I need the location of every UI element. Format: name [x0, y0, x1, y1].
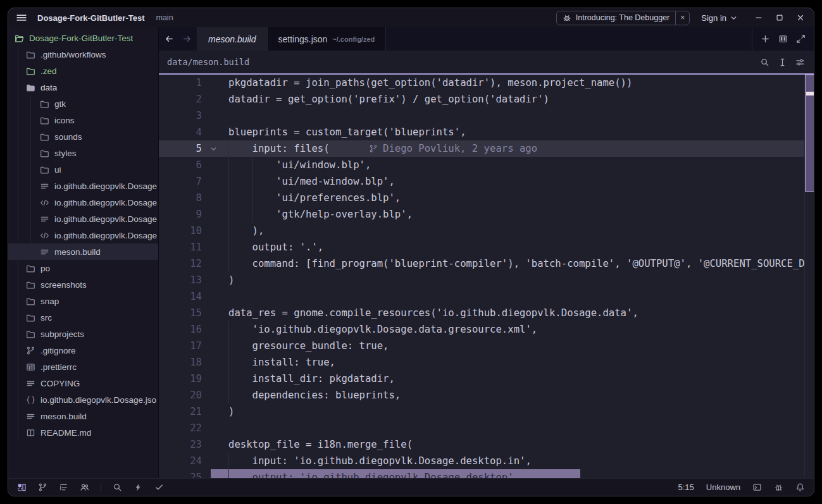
- breadcrumb[interactable]: data/meson.build: [167, 57, 249, 67]
- debugger-promo[interactable]: Introducing: The Debugger: [557, 11, 675, 25]
- sidebar-item-subprojects[interactable]: subprojects: [8, 326, 158, 342]
- project-panel-toggle-icon[interactable]: [17, 482, 27, 492]
- code-line-24[interactable]: 24 input: 'io.github.diegopvlk.Dosage.de…: [159, 453, 814, 469]
- project-search-icon[interactable]: [113, 482, 122, 492]
- code-text[interactable]: datadir = get_option('prefix') / get_opt…: [228, 91, 549, 108]
- code-text[interactable]: 'ui/preferences.blp',: [228, 190, 401, 206]
- code-text[interactable]: 'ui/window.blp',: [228, 157, 371, 173]
- sidebar-item-po[interactable]: po: [8, 260, 158, 276]
- forward-button[interactable]: [182, 34, 192, 44]
- fold-chevron-icon[interactable]: [209, 140, 218, 157]
- code-text[interactable]: ): [228, 272, 234, 288]
- code-line-7[interactable]: 7 'ui/med-window.blp',: [159, 173, 814, 190]
- code-line-14[interactable]: 14: [159, 288, 814, 305]
- sidebar-item-meson-build[interactable]: meson.build: [8, 408, 158, 424]
- collab-panel-icon[interactable]: [80, 482, 89, 492]
- code-text[interactable]: ): [228, 403, 234, 420]
- close-button[interactable]: [796, 13, 805, 22]
- git-panel-icon[interactable]: [38, 482, 47, 492]
- code-line-11[interactable]: 11 output: '.',: [159, 239, 814, 255]
- code-text[interactable]: command: [find_program('blueprint-compil…: [228, 255, 805, 272]
- back-button[interactable]: [165, 34, 174, 44]
- code-text[interactable]: output: '.',: [228, 239, 323, 255]
- sidebar-item-screenshots[interactable]: screenshots: [8, 276, 158, 293]
- language-selector[interactable]: Unknown: [706, 482, 740, 492]
- diagnostics-icon[interactable]: [154, 482, 164, 492]
- sidebar-item-data[interactable]: data: [8, 79, 158, 95]
- code-text[interactable]: output: 'io.github.diegopvlk.Dosage.desk…: [228, 469, 514, 478]
- code-line-20[interactable]: 20 dependencies: blueprints,: [159, 387, 814, 403]
- sidebar-item-io-github-diegopvlk-dosage[interactable]: io.github.diegopvlk.Dosage: [8, 211, 158, 227]
- sidebar-item-gtk[interactable]: gtk: [8, 95, 158, 112]
- project-title[interactable]: Dosage-Fork-GitButler-Test: [37, 13, 145, 23]
- code-line-9[interactable]: 9 'gtk/help-overlay.blp',: [159, 206, 814, 223]
- sidebar-item-io-github-diegopvlk-dosage[interactable]: io.github.diegopvlk.Dosage: [8, 194, 158, 211]
- scrollbar-thumb[interactable]: [805, 75, 814, 192]
- code-text[interactable]: gresource_bundle: true,: [228, 338, 389, 354]
- code-text[interactable]: dependencies: blueprints,: [228, 387, 401, 403]
- code-line-8[interactable]: 8 'ui/preferences.blp',: [159, 190, 814, 206]
- buffer-search-icon[interactable]: [760, 58, 769, 67]
- code-line-19[interactable]: 19 install_dir: pkgdatadir,: [159, 371, 814, 387]
- sidebar-item-snap[interactable]: snap: [8, 293, 158, 309]
- sign-in-button[interactable]: Sign in: [701, 13, 738, 23]
- sidebar-item-io-github-diegopvlk-dosage[interactable]: io.github.diegopvlk.Dosage: [8, 178, 158, 194]
- code-text[interactable]: 'gtk/help-overlay.blp',: [228, 206, 413, 223]
- code-text[interactable]: ),: [228, 223, 264, 239]
- code-line-18[interactable]: 18 install: true,: [159, 354, 814, 371]
- sidebar-item-gitignore[interactable]: .gitignore: [8, 342, 158, 359]
- code-line-13[interactable]: 13): [159, 272, 814, 288]
- split-pane-icon[interactable]: [778, 34, 788, 44]
- sidebar-item-icons[interactable]: icons: [8, 112, 158, 128]
- terminal-panel-icon[interactable]: [752, 482, 762, 492]
- sidebar-item-io-github-diegopvlk-dosage[interactable]: io.github.diegopvlk.Dosage: [8, 227, 158, 243]
- inline-assist-icon[interactable]: [778, 58, 787, 67]
- code-line-1[interactable]: 1pkgdatadir = join_paths(get_option('dat…: [159, 75, 814, 91]
- code-text[interactable]: 'io.github.diegopvlk.Dosage.data.gresour…: [228, 321, 537, 338]
- code-text[interactable]: input: files(: [228, 140, 330, 157]
- minimize-button[interactable]: [754, 13, 763, 22]
- maximize-button[interactable]: [775, 13, 784, 22]
- quick-actions-icon[interactable]: [134, 482, 143, 492]
- sidebar-item-readme-md[interactable]: README.md: [8, 424, 158, 441]
- code-text[interactable]: pkgdatadir = join_paths(get_option('data…: [228, 75, 632, 91]
- code-line-12[interactable]: 12 command: [find_program('blueprint-com…: [159, 255, 814, 272]
- code-text[interactable]: desktop_file = i18n.merge_file(: [228, 436, 413, 453]
- sidebar-item-dosage-fork-gitbutler-test[interactable]: Dosage-Fork-GitButler-Test: [8, 30, 158, 46]
- code-line-21[interactable]: 21): [159, 403, 814, 420]
- code-text[interactable]: input: 'io.github.diegopvlk.Dosage.deskt…: [228, 453, 532, 469]
- cursor-position[interactable]: 5:15: [678, 482, 694, 492]
- sidebar-item-zed[interactable]: .zed: [8, 63, 158, 79]
- new-tab-icon[interactable]: [761, 34, 770, 44]
- branch-name[interactable]: main: [156, 13, 173, 22]
- editor-settings-icon[interactable]: [795, 58, 805, 67]
- sidebar-item-styles[interactable]: styles: [8, 145, 158, 161]
- tab-meson-build[interactable]: meson.build: [197, 27, 268, 51]
- app-menu-icon[interactable]: [16, 12, 27, 23]
- sidebar-item-ui[interactable]: ui: [8, 161, 158, 178]
- sidebar-item-sounds[interactable]: sounds: [8, 128, 158, 145]
- code-line-5[interactable]: 5 input: files(Diego Povliuk, 2 years ag…: [159, 140, 814, 157]
- sidebar-item-meson-build[interactable]: meson.build: [8, 243, 158, 260]
- code-line-3[interactable]: 3: [159, 108, 814, 124]
- code-line-4[interactable]: 4blueprints = custom_target('blueprints'…: [159, 124, 814, 140]
- code-line-6[interactable]: 6 'ui/window.blp',: [159, 157, 814, 173]
- tab-settings-json[interactable]: settings.json ~/.config/zed: [268, 27, 387, 51]
- code-text[interactable]: install: true,: [228, 354, 335, 371]
- code-line-23[interactable]: 23desktop_file = i18n.merge_file(: [159, 436, 814, 453]
- outline-panel-icon[interactable]: [59, 482, 68, 492]
- code-line-16[interactable]: 16 'io.github.diegopvlk.Dosage.data.gres…: [159, 321, 814, 338]
- code-text[interactable]: 'ui/med-window.blp',: [228, 173, 395, 190]
- sidebar-item-io-github-diegopvlk-dosage-jso[interactable]: io.github.diegopvlk.Dosage.jso: [8, 391, 158, 408]
- debugger-panel-icon[interactable]: [774, 482, 783, 492]
- zoom-pane-icon[interactable]: [796, 34, 806, 44]
- sidebar-item-src[interactable]: src: [8, 309, 158, 326]
- code-text[interactable]: install_dir: pkgdatadir,: [228, 371, 395, 387]
- code-line-10[interactable]: 10 ),: [159, 223, 814, 239]
- code-text[interactable]: blueprints = custom_target('blueprints',: [228, 124, 466, 140]
- promo-close-button[interactable]: ×: [675, 11, 689, 25]
- sidebar-item-prettierrc[interactable]: .prettierrc: [8, 359, 158, 375]
- code-line-25[interactable]: 25 output: 'io.github.diegopvlk.Dosage.d…: [159, 469, 814, 478]
- chevron-down-icon[interactable]: [730, 14, 738, 22]
- code-line-2[interactable]: 2datadir = get_option('prefix') / get_op…: [159, 91, 814, 108]
